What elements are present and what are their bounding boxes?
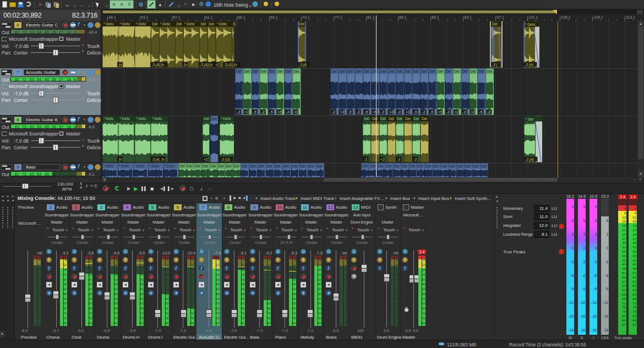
svg-text:39: 39 xyxy=(622,254,626,258)
svg-text:78: 78 xyxy=(317,317,321,320)
svg-text:12: 12 xyxy=(36,263,40,267)
svg-text:º Delic: º Delic xyxy=(164,164,174,168)
svg-text:Del: Del xyxy=(152,22,157,26)
svg-text:+3: +3 xyxy=(340,110,345,114)
svg-text:Del: Del xyxy=(275,164,281,168)
svg-text:63: 63 xyxy=(632,289,636,292)
svg-text:63: 63 xyxy=(622,289,626,292)
svg-text:-3 (A)ƒx: -3 (A)ƒx xyxy=(200,63,213,67)
svg-text:42: 42 xyxy=(88,287,92,291)
svg-text:30: 30 xyxy=(342,278,346,281)
svg-text:24: 24 xyxy=(241,273,244,276)
svg-text:+3: +3 xyxy=(455,110,459,114)
svg-text:48: 48 xyxy=(266,292,270,296)
svg-text:Del: Del xyxy=(331,69,337,73)
svg-text:66: 66 xyxy=(88,307,92,310)
svg-text:-3: -3 xyxy=(332,110,335,114)
svg-text:73.1: 73.1 xyxy=(302,15,310,19)
svg-text:Del: Del xyxy=(386,164,391,168)
svg-text:Del: Del xyxy=(234,164,239,168)
svg-text:36: 36 xyxy=(317,282,321,286)
svg-text:66: 66 xyxy=(292,307,296,310)
svg-text:Del: Del xyxy=(422,117,427,121)
svg-text:84: 84 xyxy=(632,319,636,322)
svg-text:78: 78 xyxy=(215,317,219,320)
svg-text:42: 42 xyxy=(63,287,67,291)
svg-text:-3: -3 xyxy=(463,110,466,114)
svg-text:84: 84 xyxy=(88,322,92,325)
svg-text:36: 36 xyxy=(292,282,296,286)
svg-text:30: 30 xyxy=(63,278,67,281)
svg-text:21: 21 xyxy=(622,229,626,232)
svg-text:84: 84 xyxy=(215,322,219,325)
svg-text:Del: Del xyxy=(211,117,217,121)
svg-text:3: 3 xyxy=(571,232,574,236)
svg-text:-12: -12 xyxy=(592,301,597,304)
svg-text:-3: -3 xyxy=(237,110,240,114)
svg-text:24: 24 xyxy=(139,273,143,276)
svg-text:21: 21 xyxy=(632,229,636,232)
svg-text:48: 48 xyxy=(215,292,219,296)
svg-text:49.1: 49.1 xyxy=(108,15,116,19)
svg-text:87: 87 xyxy=(622,323,626,327)
svg-text:36: 36 xyxy=(139,282,143,286)
svg-text:42: 42 xyxy=(190,287,194,291)
svg-text:-5: -5 xyxy=(348,110,352,114)
svg-text:72: 72 xyxy=(622,302,626,305)
svg-text:18: 18 xyxy=(88,268,92,271)
svg-text:24: 24 xyxy=(215,273,219,276)
svg-text:78: 78 xyxy=(394,317,397,320)
svg-text:84: 84 xyxy=(622,319,626,322)
svg-text:6: 6 xyxy=(396,258,398,262)
svg-text:Del: Del xyxy=(226,164,232,168)
svg-text:ƒx: ƒx xyxy=(118,157,123,162)
svg-text:Del: Del xyxy=(425,164,431,168)
svg-text:Del: Del xyxy=(457,164,463,168)
svg-text:48: 48 xyxy=(36,292,40,296)
svg-text:Del: Del xyxy=(250,164,255,168)
svg-text:48: 48 xyxy=(421,292,425,296)
svg-text:24: 24 xyxy=(88,273,92,276)
svg-text:Del: Del xyxy=(253,69,258,73)
svg-text:18: 18 xyxy=(241,268,244,271)
svg-text:-3 (A)ƒx: -3 (A)ƒx xyxy=(151,63,165,67)
svg-text:18: 18 xyxy=(165,268,168,271)
svg-text:36: 36 xyxy=(215,282,219,286)
svg-text:6: 6 xyxy=(116,258,118,262)
svg-text:Del: Del xyxy=(454,69,460,73)
svg-text:12: 12 xyxy=(266,263,270,267)
svg-text:Del: Del xyxy=(242,164,247,168)
svg-text:Del: Del xyxy=(441,164,447,168)
svg-text:36: 36 xyxy=(241,282,244,286)
svg-text:6: 6 xyxy=(269,258,271,262)
svg-text:9: 9 xyxy=(594,205,597,209)
svg-text:-3: -3 xyxy=(570,260,574,264)
svg-text:-5 (G)ƒx: -5 (G)ƒx xyxy=(224,63,238,67)
svg-text:Del: Del xyxy=(285,69,291,73)
svg-text:72: 72 xyxy=(292,312,296,315)
svg-text:18: 18 xyxy=(622,224,626,227)
svg-text:Del: Del xyxy=(299,22,304,26)
svg-text:30: 30 xyxy=(165,278,168,281)
svg-text:60: 60 xyxy=(342,302,346,305)
svg-text:Del: Del xyxy=(372,69,378,73)
svg-text:18: 18 xyxy=(266,268,270,271)
svg-text:48: 48 xyxy=(292,292,296,296)
svg-text:Del: Del xyxy=(269,69,275,73)
svg-text:Del: Del xyxy=(187,164,193,168)
svg-text:66: 66 xyxy=(622,293,626,296)
svg-text:54: 54 xyxy=(266,297,270,301)
svg-text:6: 6 xyxy=(319,258,321,262)
svg-text:+3: +3 xyxy=(294,110,298,114)
svg-text:º Delic: º Delic xyxy=(160,22,171,26)
svg-text:36: 36 xyxy=(63,282,67,286)
svg-text:72: 72 xyxy=(88,312,92,315)
svg-text:81: 81 xyxy=(632,314,636,318)
svg-text:54: 54 xyxy=(342,297,346,301)
svg-text:72: 72 xyxy=(215,312,219,315)
svg-text:-3: -3 xyxy=(357,110,360,114)
svg-text:-9: -9 xyxy=(582,287,585,291)
svg-text:60: 60 xyxy=(241,302,244,305)
svg-text:Del: Del xyxy=(434,164,439,168)
svg-text:36: 36 xyxy=(165,282,168,286)
